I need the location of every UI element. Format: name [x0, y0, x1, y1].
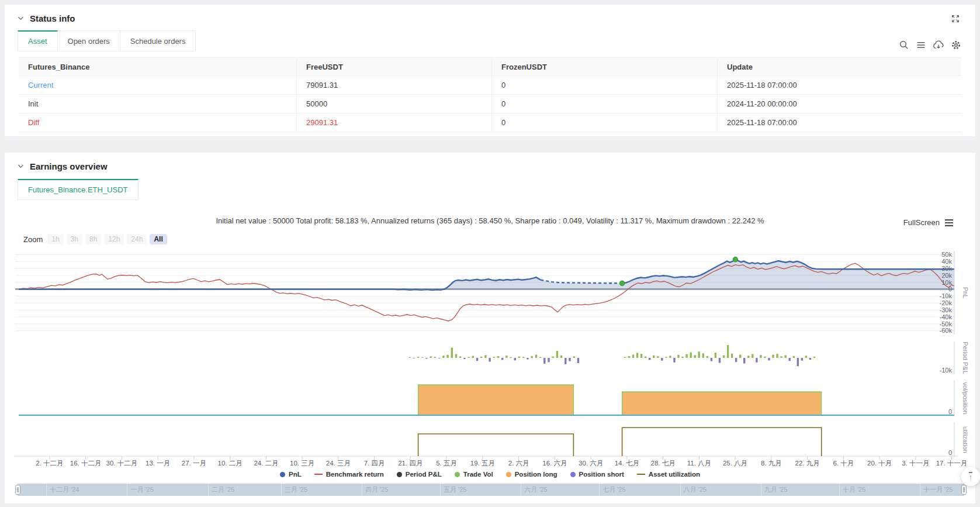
zoom-controls: Zoom 1h3h8h12h24hAll — [23, 234, 167, 244]
chart-menu-icon[interactable] — [944, 219, 954, 227]
status-panel-title: Status info — [30, 13, 75, 23]
fullscreen-label: FullScreen — [903, 218, 940, 227]
navigator-month-label: 二月 '25 — [212, 485, 234, 494]
zoom-buttons: 1h3h8h12h24hAll — [47, 234, 167, 244]
legend-swatch — [455, 472, 460, 477]
fullscreen-control[interactable]: FullScreen — [903, 218, 954, 227]
period-pnl-bar — [409, 357, 411, 358]
period-pnl-bar — [768, 358, 770, 360]
pnl-ytick: 30k — [941, 265, 952, 272]
legend-item-pnl[interactable]: PnL — [280, 471, 302, 478]
back-to-top-button[interactable]: ↑ — [961, 467, 980, 486]
earnings-chart[interactable]: 50k40k30k20k10k0-10k-20k-30k-40k-50k-60k… — [0, 248, 980, 471]
period-pnl-bar — [497, 356, 499, 358]
period-pnl-bar — [510, 357, 511, 358]
period-pnl-bar — [707, 356, 708, 358]
navigator-handle-right[interactable] — [961, 485, 967, 495]
handle-grip — [17, 487, 19, 492]
table-header-cell: Update — [718, 58, 961, 75]
tab-schedule-orders[interactable]: Schedule orders — [120, 30, 196, 51]
navigator-month-separator — [362, 484, 362, 496]
x-axis-label: 19. 五月 — [470, 460, 495, 467]
legend-item-period-p-l[interactable]: Period P&L — [397, 471, 442, 478]
expand-icon[interactable] — [951, 14, 960, 26]
pnl-ytick: 0 — [948, 285, 952, 292]
status-tabs: AssetOpen ordersSchedule orders — [18, 30, 196, 51]
collapse-chevron-icon[interactable] — [18, 15, 24, 22]
period-pnl-bar — [451, 347, 453, 358]
period-pnl-bar — [484, 355, 486, 358]
zoom-button-24h[interactable]: 24h — [127, 234, 147, 244]
menu-icon[interactable] — [916, 40, 926, 50]
legend-item-trade-vol[interactable]: Trade Vol — [455, 471, 493, 478]
utilization-step — [622, 427, 822, 456]
period-pnl-bar — [727, 345, 729, 358]
period-pnl-bar — [505, 356, 507, 358]
pnl-ytick: -50k — [940, 320, 953, 327]
table-cell: 29091.31 — [297, 113, 492, 132]
x-axis-label: 24. 三月 — [326, 460, 351, 467]
legend-item-position-short[interactable]: Position short — [570, 471, 624, 478]
trade-marker — [619, 281, 625, 286]
status-title-row: Status info — [18, 13, 75, 23]
zoom-button-12h[interactable]: 12h — [104, 234, 124, 244]
period-pnl-bar — [455, 354, 457, 358]
pnl-ytick: -40k — [940, 313, 953, 320]
x-axis-label: 14. 七月 — [615, 460, 639, 467]
period-pnl-bar — [685, 354, 687, 358]
table-cell[interactable]: Current — [19, 76, 297, 94]
period-pnl-bar — [694, 355, 696, 358]
period-pnl-bar — [531, 356, 532, 358]
pnl-ytick: -20k — [940, 299, 953, 306]
legend-label: Trade Vol — [463, 471, 493, 478]
period-pnl-bar — [438, 358, 440, 358]
table-row: Diff29091.3102025-11-18 07:00:00 — [19, 113, 961, 132]
tab-symbol[interactable]: Futures_Binance.ETH_USDT — [18, 179, 138, 200]
chart-navigator[interactable]: 十二月 '24一月 '25二月 '25三月 '25四月 '25五月 '25六月 … — [18, 484, 964, 496]
navigator-month-separator — [281, 484, 282, 496]
x-axis-label: 6. 十月 — [833, 460, 854, 467]
x-axis-label: 25. 八月 — [723, 460, 747, 467]
period-pnl-bar — [552, 357, 554, 358]
axis-name-utilization: utilization — [962, 426, 969, 453]
chart-legend: PnLBenchmark returnPeriod P&LTrade VolPo… — [0, 471, 980, 478]
settings-icon[interactable] — [951, 40, 961, 50]
table-cell: 50000 — [297, 95, 492, 113]
navigator-month-label: 九月 '25 — [764, 485, 787, 494]
table-cell: Diff — [19, 113, 297, 132]
zoom-button-8h[interactable]: 8h — [85, 234, 101, 244]
period-pnl-bar — [797, 358, 799, 366]
pnl-ytick: 40k — [941, 258, 952, 265]
zoom-button-all[interactable]: All — [150, 234, 167, 244]
legend-item-position-long[interactable]: Position long — [506, 471, 557, 478]
legend-item-benchmark-return[interactable]: Benchmark return — [314, 471, 384, 478]
navigator-handle-left[interactable] — [15, 485, 20, 495]
pnl-ytick: -60k — [940, 327, 953, 334]
period-pnl-bar — [493, 357, 495, 358]
asset-table-body: Current79091.3102025-11-18 07:00:00Init5… — [19, 76, 961, 132]
period-pnl-bar — [417, 357, 419, 358]
period-pnl-bar — [577, 358, 579, 363]
tab-asset[interactable]: Asset — [18, 30, 58, 51]
legend-label: Asset utilization — [649, 471, 700, 478]
period-pnl-bar — [569, 358, 570, 361]
period-pnl-bar — [543, 358, 545, 364]
period-pnl-bar — [756, 358, 757, 363]
navigator-month-label: 一月 '25 — [130, 485, 153, 494]
navigator-month-separator — [599, 484, 600, 496]
legend-item-asset-utilization[interactable]: Asset utilization — [637, 471, 700, 478]
zoom-button-3h[interactable]: 3h — [67, 234, 82, 244]
cloud-download-icon[interactable] — [933, 40, 944, 50]
position-long-block — [418, 385, 574, 415]
search-icon[interactable] — [899, 40, 909, 50]
collapse-chevron-icon[interactable] — [18, 163, 24, 170]
period-pnl-bar — [677, 355, 679, 358]
tab-open-orders[interactable]: Open orders — [58, 30, 120, 51]
period-pnl-bar — [518, 357, 520, 358]
period-pnl-bar — [673, 358, 675, 363]
zoom-button-1h[interactable]: 1h — [47, 234, 63, 244]
x-axis-label: 8. 九月 — [761, 460, 782, 467]
navigator-month-separator — [521, 484, 521, 496]
period-pnl-bar — [813, 357, 815, 358]
trade-marker — [733, 257, 738, 262]
